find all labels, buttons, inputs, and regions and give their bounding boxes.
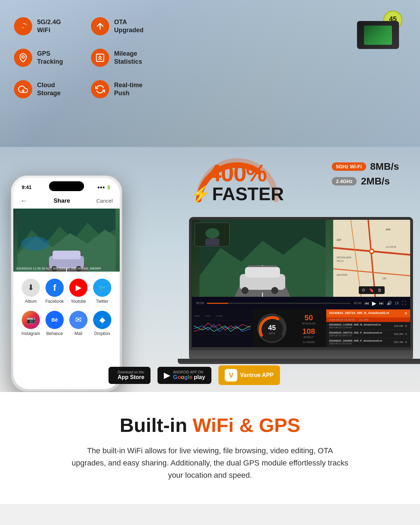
laptop-controls: 00:00 00:00 ⏮ ▶ ⏭ 🔊 1X ⛶ xyxy=(192,297,410,309)
share-instagram[interactable]: 📷 Instagram xyxy=(20,311,42,336)
phone-share-row-1: ⬇ Album f Facebook ▶ Youtube 🐦 xyxy=(19,279,114,304)
facebook-label: Facebook xyxy=(46,299,64,304)
play-button[interactable]: ▶ xyxy=(372,300,376,307)
realtime-icon xyxy=(91,80,109,98)
share-twitter[interactable]: 🐦 Twitter xyxy=(91,279,113,304)
phone-signal-icons: ●●● 🔋 xyxy=(97,185,111,190)
twitter-icon: 🐦 xyxy=(93,279,111,297)
vantrue-app-badge[interactable]: V Vantrue APP xyxy=(218,365,280,385)
phone-status-bar: 9:41 ●●● 🔋 xyxy=(13,178,120,193)
phone-outer: 9:41 ●●● 🔋 ← Share Cancel VANTRUE xyxy=(10,175,122,392)
features-grid: 5G/2.4G WiFi OTA Upgraded GPS xyxy=(14,10,168,105)
phone-timestamp: 2024/04/16 11:38:35 N2X 000.000000, 000.… xyxy=(16,267,101,270)
youtube-label: Youtube xyxy=(71,299,86,304)
svg-text:237: 237 xyxy=(337,238,342,241)
vantrue-app-text: Vantrue APP xyxy=(240,372,273,378)
phone-video-svg xyxy=(13,209,120,272)
map-bookmark-icon[interactable]: 🔖 xyxy=(369,288,374,293)
map-delete-icon[interactable]: 🗑 xyxy=(378,288,382,293)
5g-speed: 8MB/s xyxy=(370,161,399,172)
apple-pre-text: Download on the xyxy=(118,370,144,374)
facebook-icon: f xyxy=(46,279,64,297)
lightning-icon: ⚡ xyxy=(191,186,211,202)
file-close-icon[interactable]: ✕ xyxy=(404,311,407,316)
file-2-size: 540.6M xyxy=(394,332,403,336)
middle-section: 400% ⚡ FASTER 5GHz Wi-Fi 8MB/s 2.4GHz 2M… xyxy=(0,147,420,392)
apple-app-store-badge[interactable]: Download on the App Store xyxy=(108,367,150,384)
stat-1: 50 29°44'16.25" xyxy=(302,313,316,325)
map-settings-icon[interactable]: ⚙ xyxy=(362,288,365,293)
laptop-mini-cam xyxy=(195,223,230,246)
instagram-icon: 📷 xyxy=(22,311,40,329)
feature-gps: GPS Tracking xyxy=(14,42,91,74)
fullscreen-icon[interactable]: ⛶ xyxy=(402,301,406,306)
feature-cloud: Cloud Storage xyxy=(14,74,91,105)
svg-text:Z=-0.2: Z=-0.2 xyxy=(217,315,223,317)
share-facebook[interactable]: f Facebook xyxy=(43,279,66,304)
instagram-label: Instagram xyxy=(21,331,40,336)
stat-2-label: 30°55'11" xyxy=(302,336,315,338)
laptop-mockup: 237 400 WOODLAND HILLS MAYFAIR 236 LA VI… xyxy=(189,217,413,364)
volume-icon[interactable]: 🔊 xyxy=(387,301,392,306)
speed-bar-5g: 5GHz Wi-Fi 8MB/s xyxy=(332,161,399,172)
share-album[interactable]: ⬇ Album xyxy=(20,279,42,304)
file-item-3[interactable]: 20240621_202509_009_F_Anastruoo0.m 2024-… xyxy=(326,338,410,346)
mail-label: Mail xyxy=(75,331,82,336)
data-graph-svg: X=0.4 Y=0.1 Z=-0.2 xyxy=(194,312,251,343)
laptop-map-area: 237 400 WOODLAND HILLS MAYFAIR 236 LA VI… xyxy=(333,220,410,297)
google-play-icon: ▶ xyxy=(164,370,170,380)
svg-text:LA VISTA: LA VISTA xyxy=(386,246,396,248)
faster-label: ⚡ FASTER xyxy=(191,185,284,203)
laptop-stand xyxy=(178,359,420,364)
file-header-date: 2024-06-24 10:30:00 311.8M xyxy=(326,317,410,322)
file-1-size: 209.0M xyxy=(394,324,403,328)
vantrue-app-name: Vantrue APP xyxy=(240,372,273,378)
file-item-1[interactable]: 20240623_115049_005_N_Anastruo0.m 2024-0… xyxy=(326,322,410,330)
wifi-icon xyxy=(14,17,32,35)
mileage-icon xyxy=(91,49,109,67)
share-youtube[interactable]: ▶ Youtube xyxy=(67,279,90,304)
file-3-name: 20240621_202509_009_F_Anastruoo0.m xyxy=(329,339,382,342)
share-behance[interactable]: Bē Behance xyxy=(43,311,66,336)
phone-cancel-button[interactable]: Cancel xyxy=(96,198,113,204)
ota-label: OTA Upgraded xyxy=(114,18,144,35)
feature-mileage: Mileage Statistics xyxy=(91,42,168,74)
wifi-label: 5G/2.4G WiFi xyxy=(37,18,61,35)
file-3-close[interactable]: ✕ xyxy=(405,340,407,344)
file-item-2[interactable]: 20240623_090710_002_F_Anastruoo0.m 2024-… xyxy=(326,330,410,338)
album-icon: ⬇ xyxy=(22,279,40,297)
laptop-video-area xyxy=(192,220,333,297)
behance-icon: Bē xyxy=(46,311,64,329)
file-1-close[interactable]: ✕ xyxy=(405,324,407,328)
svg-text:Y=0.1: Y=0.1 xyxy=(205,315,210,317)
dropbox-icon: ◆ xyxy=(93,311,111,329)
phone-mockup: 9:41 ●●● 🔋 ← Share Cancel VANTRUE xyxy=(10,175,130,392)
svg-rect-22 xyxy=(205,239,219,246)
feature-wifi: 5G/2.4G WiFi xyxy=(14,10,91,42)
share-mail[interactable]: ✉ Mail xyxy=(67,311,90,336)
stats-panel: 50 29°44'16.25" 108 30°55'11" 11 MILES xyxy=(291,309,326,347)
phone-time: 9:41 xyxy=(22,184,31,190)
google-play-badge[interactable]: ▶ ANDROID APP ON Google play xyxy=(158,367,211,384)
file-2-close[interactable]: ✕ xyxy=(405,332,407,336)
file-item-4[interactable]: 20240621_100710_017_N_Anastrut1.m 2024-0… xyxy=(326,346,410,347)
wifi-speeds: 5GHz Wi-Fi 8MB/s 2.4GHz 2MB/s xyxy=(332,161,399,187)
svg-text:X=0.4: X=0.4 xyxy=(195,315,200,317)
5g-badge: 5GHz Wi-Fi xyxy=(332,162,366,171)
bottom-title-orange: WiFi & GPS xyxy=(192,414,300,436)
cloud-label: Cloud Storage xyxy=(37,81,61,98)
google-store-name: Google play xyxy=(173,374,205,380)
stat-1-label: 29°44'16.25" xyxy=(302,322,316,325)
share-dropbox[interactable]: ◆ Dropbox xyxy=(91,311,113,336)
next-button[interactable]: ⏭ xyxy=(379,300,384,306)
phone-back-button[interactable]: ← xyxy=(20,197,27,205)
prev-button[interactable]: ⏮ xyxy=(364,300,369,306)
file-3-date: 2024-06-21 20:25:09 xyxy=(329,342,382,345)
svg-point-11 xyxy=(21,237,49,251)
gps-label: GPS Tracking xyxy=(37,50,63,66)
24g-badge: 2.4GHz xyxy=(332,177,357,186)
timeline[interactable] xyxy=(207,303,351,304)
svg-text:45: 45 xyxy=(268,324,276,331)
speed-control[interactable]: 1X xyxy=(395,301,399,305)
youtube-icon: ▶ xyxy=(69,279,88,297)
